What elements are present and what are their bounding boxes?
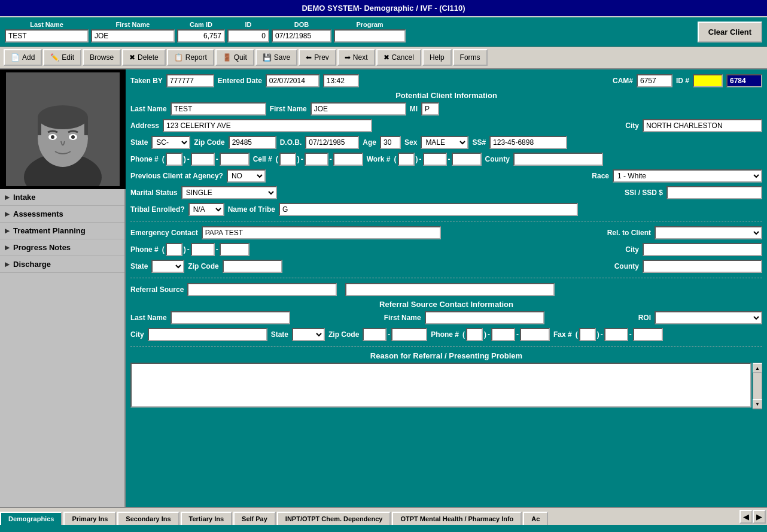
first-name-input[interactable] bbox=[91, 29, 175, 42]
sex-label: Sex bbox=[404, 138, 417, 147]
ssi-input[interactable] bbox=[666, 186, 762, 199]
zip-input[interactable] bbox=[229, 136, 276, 149]
ec-county-input[interactable] bbox=[643, 260, 762, 273]
ec-phone-num1[interactable] bbox=[191, 243, 215, 256]
quit-button[interactable]: 🚪 Quit bbox=[215, 49, 254, 66]
ref-phone-num2[interactable] bbox=[520, 328, 550, 341]
tribe-name-input[interactable] bbox=[279, 203, 578, 216]
work-num2-input[interactable] bbox=[452, 153, 482, 166]
rel-select[interactable] bbox=[655, 226, 762, 239]
ref-phone-num1[interactable] bbox=[491, 328, 515, 341]
next-button[interactable]: ➡ Next bbox=[337, 49, 375, 66]
sidebar-item-treatment-planning[interactable]: ▶ Treatment Planning bbox=[0, 223, 124, 239]
roi-select[interactable] bbox=[655, 311, 762, 324]
id-input[interactable] bbox=[227, 29, 269, 42]
sidebar-item-progress-notes[interactable]: ▶ Progress Notes bbox=[0, 239, 124, 256]
ref-phone-area[interactable] bbox=[466, 328, 483, 341]
ec-city-input[interactable] bbox=[643, 243, 762, 256]
cell-area-input[interactable] bbox=[279, 153, 296, 166]
ref-last-name-input[interactable] bbox=[171, 311, 290, 324]
sex-select[interactable]: MALE FEMALE bbox=[421, 136, 468, 149]
ref-city-input[interactable] bbox=[148, 328, 267, 341]
ec-state-select[interactable] bbox=[151, 260, 184, 273]
clear-client-button[interactable]: Clear Client bbox=[698, 22, 762, 42]
work-num1-input[interactable] bbox=[423, 153, 447, 166]
age-input[interactable] bbox=[380, 136, 401, 149]
prev-client-select[interactable]: NO YES bbox=[227, 169, 266, 183]
last-name-input[interactable] bbox=[5, 29, 89, 42]
delete-button[interactable]: ✖ Delete bbox=[122, 49, 166, 66]
sidebar-item-assessments[interactable]: ▶ Assessments bbox=[0, 206, 124, 223]
client-last-name-input[interactable] bbox=[171, 102, 266, 115]
county-input[interactable] bbox=[513, 153, 603, 166]
help-button[interactable]: Help bbox=[422, 49, 452, 66]
ref-state-select[interactable] bbox=[292, 328, 325, 341]
fax-num1[interactable] bbox=[604, 328, 628, 341]
referral-source-input2[interactable] bbox=[345, 283, 555, 296]
mi-input[interactable] bbox=[421, 102, 439, 115]
scroll-down-button[interactable]: ▼ bbox=[753, 399, 762, 409]
address-input[interactable] bbox=[163, 119, 372, 132]
phone-num2-input[interactable] bbox=[220, 153, 249, 166]
tab-tertiary-ins[interactable]: Tertiary Ins bbox=[181, 512, 233, 525]
tribal-select[interactable]: N/A YES NO bbox=[188, 203, 224, 216]
tab-prev-button[interactable]: ◀ bbox=[739, 510, 753, 524]
referral-source-input1[interactable] bbox=[187, 283, 337, 296]
save-button[interactable]: 💾 Save bbox=[255, 49, 297, 66]
sidebar-item-discharge[interactable]: ▶ Discharge bbox=[0, 256, 124, 273]
reason-textarea[interactable] bbox=[130, 363, 751, 408]
browse-button[interactable]: Browse bbox=[83, 49, 121, 66]
taken-by-input[interactable] bbox=[166, 74, 214, 87]
edit-button[interactable]: ✏️ Edit bbox=[43, 49, 81, 66]
ec-input[interactable] bbox=[202, 226, 441, 239]
cancel-button[interactable]: ✖ Cancel bbox=[376, 49, 421, 66]
tab-primary-ins[interactable]: Primary Ins bbox=[63, 512, 116, 525]
marital-select[interactable]: SINGLE MARRIED DIVORCED bbox=[181, 186, 277, 199]
tab-inpt-otpt[interactable]: INPT/OTPT Chem. Dependency bbox=[277, 512, 391, 525]
id-hash-input[interactable] bbox=[726, 74, 762, 87]
cam-hash-input[interactable] bbox=[637, 74, 672, 87]
forms-button[interactable]: Forms bbox=[453, 49, 488, 66]
dob-form-input[interactable] bbox=[305, 136, 359, 149]
ec-zip-input[interactable] bbox=[223, 260, 282, 273]
client-first-name-input[interactable] bbox=[311, 102, 406, 115]
ec-phone-num2[interactable] bbox=[220, 243, 249, 256]
state-select[interactable]: SC- bbox=[151, 136, 190, 149]
phone-area-input[interactable] bbox=[166, 153, 182, 166]
reason-scrollbar[interactable]: ▲ ▼ bbox=[753, 363, 762, 409]
cell-field: ( ) - - bbox=[276, 153, 363, 166]
cam-id-input[interactable] bbox=[177, 29, 225, 42]
tab-self-pay[interactable]: Self Pay bbox=[233, 512, 276, 525]
program-input[interactable] bbox=[334, 29, 406, 42]
ref-first-name-input[interactable] bbox=[425, 311, 544, 324]
report-button[interactable]: 📋 Report bbox=[167, 49, 214, 66]
tab-ac[interactable]: Ac bbox=[523, 512, 548, 525]
ref-zip-input1[interactable] bbox=[363, 328, 386, 341]
fax-area[interactable] bbox=[579, 328, 596, 341]
ec-phone-area[interactable] bbox=[166, 243, 182, 256]
dob-input[interactable] bbox=[272, 29, 331, 42]
time-input[interactable] bbox=[323, 74, 359, 87]
city-label: City bbox=[625, 121, 639, 130]
city-input[interactable] bbox=[643, 119, 762, 132]
cell-num2-input[interactable] bbox=[333, 153, 363, 166]
add-button[interactable]: 📄 Add bbox=[4, 49, 42, 66]
tab-otpt-mental[interactable]: OTPT Mental Health / Pharmacy Info bbox=[392, 512, 522, 525]
tab-next-button[interactable]: ▶ bbox=[753, 510, 766, 524]
phone-num1-input[interactable] bbox=[191, 153, 215, 166]
prev-button[interactable]: ⬅ Prev bbox=[299, 49, 336, 66]
state-row: State SC- Zip Code D.O.B. Age Sex MALE F… bbox=[130, 136, 762, 149]
fax-num2[interactable] bbox=[633, 328, 663, 341]
race-select[interactable]: 1 - White 2 - Black 3 - Hispanic bbox=[613, 169, 762, 183]
marital-label: Marital Status bbox=[130, 189, 178, 197]
scroll-up-button[interactable]: ▲ bbox=[753, 363, 762, 373]
sidebar-item-intake[interactable]: ▶ Intake bbox=[0, 189, 124, 206]
id-hash-display bbox=[693, 74, 723, 87]
ref-zip-input2[interactable] bbox=[391, 328, 427, 341]
work-area-input[interactable] bbox=[398, 153, 415, 166]
tab-demographics[interactable]: Demographics bbox=[0, 512, 62, 525]
tab-secondary-ins[interactable]: Secondary Ins bbox=[117, 512, 179, 525]
cell-num1-input[interactable] bbox=[305, 153, 328, 166]
entered-date-input[interactable] bbox=[266, 74, 319, 87]
ss-input[interactable] bbox=[489, 136, 567, 149]
